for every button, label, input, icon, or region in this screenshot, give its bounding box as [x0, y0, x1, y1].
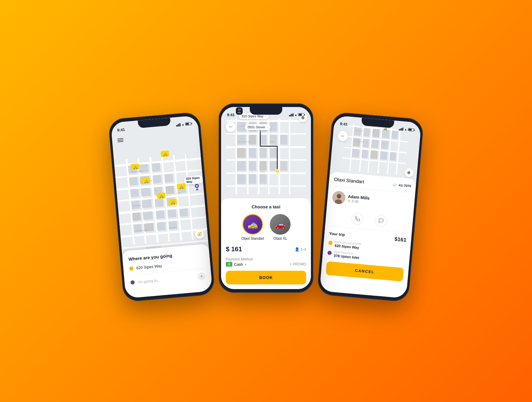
svg-rect-61 [289, 119, 290, 194]
payment-section: Payment Method $ Cash ▾ + PROMO [226, 257, 306, 267]
driver-avatar [332, 190, 346, 205]
battery-icon-center [298, 113, 305, 116]
svg-text:Al Baik: Al Baik [176, 192, 181, 194]
phone-right: 9:41 ▲ [317, 112, 424, 302]
svg-rect-53 [226, 159, 306, 161]
svg-rect-70 [280, 135, 288, 145]
svg-rect-72 [249, 148, 256, 158]
svg-text:Al Baik: Al Baik [271, 141, 274, 142]
svg-rect-13 [184, 154, 193, 239]
bottom-sheet-left: Where are you going 620 Sipes Way I'm go… [122, 244, 213, 299]
svg-text:Barat Safeya Binzago: Barat Safeya Binzago [239, 141, 250, 142]
svg-rect-69 [270, 135, 277, 145]
pickup-dot [129, 266, 134, 271]
svg-rect-17 [129, 177, 138, 186]
destination-row[interactable]: I'm going to... + [130, 272, 206, 286]
svg-rect-37 [157, 222, 166, 231]
contact-row [330, 207, 409, 233]
payment-label: Payment Method [226, 257, 306, 261]
svg-rect-112 [381, 140, 389, 149]
notch-center [250, 107, 282, 115]
taxi-marker-2: 🚕 [131, 163, 140, 170]
svg-rect-81 [249, 174, 256, 184]
message-btn[interactable] [375, 214, 387, 227]
svg-rect-20 [164, 174, 173, 182]
where-going-title: Where are you going [128, 250, 204, 262]
back-btn-center[interactable]: ← [226, 122, 236, 132]
price-row: $ 161 👤 1-4 [226, 245, 306, 253]
svg-rect-71 [237, 148, 246, 158]
svg-rect-114 [361, 150, 368, 158]
svg-rect-66 [237, 135, 246, 145]
cash-icon: $ [226, 262, 232, 267]
plate-number: A1-7070 [398, 183, 411, 188]
wifi-icon-center: ▲ [294, 113, 297, 116]
svg-rect-21 [130, 189, 139, 197]
pickup-dot-right [328, 241, 333, 245]
taxi-option-standart[interactable]: 🚕 Otaxi Standart [241, 214, 264, 241]
cancel-button[interactable]: CANCEL [326, 261, 404, 281]
svg-rect-31 [143, 211, 153, 220]
svg-rect-116 [380, 151, 388, 160]
svg-rect-22 [141, 188, 151, 197]
payment-row: $ Cash ▾ + PROMO [226, 262, 306, 267]
payment-method[interactable]: $ Cash ▾ [226, 262, 246, 267]
taxi-marker-3: 🚕 [142, 177, 150, 184]
taxi-standart-label: Otaxi Standart [241, 236, 264, 241]
svg-rect-33 [168, 209, 176, 218]
add-destination-btn[interactable]: + [197, 272, 206, 281]
destination-placeholder: I'm going to... [137, 275, 195, 284]
map-center: Casablanca Consulate General of the Unit… [221, 107, 311, 206]
location-pin-left [194, 183, 200, 192]
destination-dot-right [327, 251, 332, 255]
svg-rect-67 [249, 135, 256, 145]
seats-info: 👤 1-4 [295, 247, 306, 252]
promo-text[interactable]: + PROMO [290, 262, 306, 266]
svg-rect-111 [371, 140, 379, 148]
pickup-text-right: PICKUP LOCATION 620 Sipes Way [335, 241, 361, 250]
svg-rect-19 [153, 175, 161, 184]
origin-chip-center: 0501 Glover › [245, 124, 270, 130]
wifi-icon-left: ▲ [181, 123, 184, 126]
time-left: 9:41 [117, 127, 125, 132]
signal-icon-left [176, 123, 181, 127]
status-icons-left: ▲ [176, 122, 192, 127]
phone-btn[interactable] [351, 212, 364, 225]
svg-rect-54 [226, 172, 306, 174]
status-icons-center: ▲ [289, 113, 305, 116]
taxi-option-xl[interactable]: 🚗 Otaxi XL [270, 214, 291, 241]
svg-rect-117 [390, 152, 396, 161]
battery-icon-left [185, 122, 192, 126]
trip-title: Your trip [329, 231, 345, 237]
svg-rect-115 [370, 150, 378, 159]
svg-rect-78 [270, 161, 277, 171]
svg-rect-80 [237, 174, 246, 184]
taxi-marker-6: 🚕 [168, 199, 177, 205]
wifi-icon-right: ▲ [404, 127, 407, 131]
my-location-chip: 620 Sipes Way [184, 175, 203, 184]
trip-section: Your trip $161 PICKUP LOCATION 620 Sipes… [327, 230, 407, 264]
person-icon: 👤 [295, 247, 299, 252]
svg-rect-51 [226, 133, 306, 134]
destination-dot [130, 280, 135, 285]
menu-icon-left[interactable] [117, 137, 124, 143]
taxi-marker-4: 🚕 [177, 183, 186, 190]
svg-rect-34 [179, 208, 188, 217]
time-center: 9:41 [227, 113, 235, 117]
choose-title: Choose a taxi [226, 204, 306, 209]
seats-count: 1-4 [301, 247, 306, 252]
avatar-svg [332, 190, 346, 205]
svg-rect-82 [259, 174, 267, 184]
book-button[interactable]: BOOK [226, 271, 306, 284]
taxi-marker-5: 🚕 [157, 192, 166, 199]
svg-rect-76 [249, 161, 256, 171]
choose-taxi-section: Choose a taxi 🚕 Otaxi Standart 🚗 [221, 198, 311, 289]
message-icon [378, 218, 384, 224]
svg-rect-32 [156, 210, 165, 219]
origin-chip-text: 0501 Glover [248, 125, 265, 129]
battery-icon-right [408, 128, 415, 132]
taxi-xl-img: 🚗 [270, 214, 291, 235]
payment-method-text: Cash [234, 262, 243, 267]
star-icon: ★ [347, 199, 351, 203]
svg-rect-30 [132, 212, 141, 221]
